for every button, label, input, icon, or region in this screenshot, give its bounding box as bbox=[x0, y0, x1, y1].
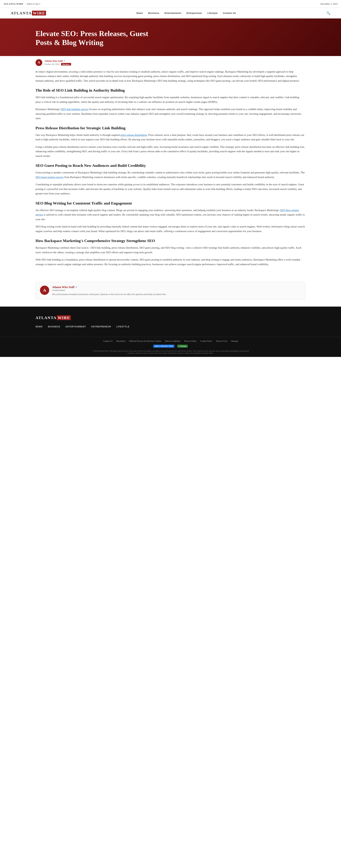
top-bar-brand: ATLANTA WIRE bbox=[4, 2, 24, 5]
logo-part1: ATLANTA bbox=[11, 11, 32, 15]
verified-icon: ✔ bbox=[63, 60, 65, 62]
intro-paragraph: In today's digital environment, securing… bbox=[36, 69, 305, 83]
nav-link-contact[interactable]: Contact Us bbox=[223, 12, 236, 14]
nav-link-entertainment[interactable]: Entertainment bbox=[165, 12, 181, 14]
section3-heading: SEO Guest Posting to Reach New Audiences… bbox=[36, 163, 305, 168]
section5-p1: Backspace Marketing combines these four … bbox=[36, 246, 305, 255]
author-box-note: This article features branded content fr… bbox=[52, 293, 301, 296]
nav-link-business[interactable]: Business bbox=[148, 12, 159, 14]
section1-p2: Backspace Marketing's SEO link building … bbox=[36, 107, 305, 121]
city-label: Select a City bbox=[27, 2, 38, 5]
footer-logo: ATLANTAWIRE bbox=[36, 315, 305, 320]
top-bar-left: ATLANTA WIRE | Select a City ▾ bbox=[4, 2, 40, 5]
footer-link-news[interactable]: NEWS bbox=[36, 326, 43, 328]
article-title: Elevate SEO: Press Releases, Guest Posts… bbox=[36, 29, 160, 47]
guest-posting-link[interactable]: SEO guest posting service bbox=[36, 176, 64, 179]
seo-link-building-link[interactable]: SEO link building service bbox=[61, 108, 89, 111]
nav-link-news[interactable]: News bbox=[137, 12, 143, 14]
top-bar-date: December 1, 2024 bbox=[320, 2, 337, 5]
logo-part2: WIRE bbox=[32, 11, 46, 16]
footer-link-entrepreneur[interactable]: ENTREPRENEUR bbox=[91, 326, 111, 328]
footer-sitemap[interactable]: Sitemap bbox=[231, 340, 238, 342]
nav-logo: ATLANTAWIRE bbox=[11, 11, 46, 16]
footer-disclaimer[interactable]: Disclaimer bbox=[116, 340, 126, 342]
author-box-role: (Ambassador) bbox=[52, 289, 301, 292]
main-nav: ATLANTAWIRE News Business Entertainment … bbox=[0, 8, 341, 19]
footer-terms[interactable]: Terms of Use bbox=[216, 340, 227, 342]
footer-link-entertainment[interactable]: ENTERTAINMENT bbox=[66, 326, 86, 328]
publish-date: October 28, 2024 bbox=[44, 63, 59, 66]
footer-top: ATLANTAWIRE NEWS BUSINESS ENTERTAINMENT … bbox=[0, 307, 341, 337]
section4-p2: SEO blog writing works hand-in-hand with… bbox=[36, 224, 305, 234]
meta-date-cat: October 28, 2024 Business bbox=[44, 63, 71, 66]
author-name: Atlanta Wire Staff ✔ bbox=[44, 60, 71, 62]
section3-p2: Contributing to reputable platforms allo… bbox=[36, 182, 305, 196]
section5-heading: How Backspace Marketing's Comprehensive … bbox=[36, 239, 305, 243]
section2-p1: One way Backspace Marketing helps client… bbox=[36, 133, 305, 142]
article-meta: A Atlanta Wire Staff ✔ October 28, 2024 … bbox=[0, 56, 341, 66]
section1-p1: SEO link building is a foundational pill… bbox=[36, 95, 305, 104]
section4-p1: An effective SEO strategy is incomplete … bbox=[36, 208, 305, 222]
footer-copyright: © 2024 Atlanta Wire. All rights reserved… bbox=[91, 350, 250, 354]
nav-link-lifestyle[interactable]: Lifestyle bbox=[207, 12, 217, 14]
footer-nav: NEWS BUSINESS ENTERTAINMENT ENTREPRENEUR… bbox=[36, 326, 305, 328]
footer-link-lifestyle[interactable]: LIFESTYLE bbox=[116, 326, 130, 328]
category-badge: Business bbox=[61, 63, 71, 65]
logo-text: ATLANTAWIRE bbox=[11, 11, 46, 16]
footer-contact[interactable]: Contact Us bbox=[103, 340, 113, 342]
section5-p2: With SEO link building as a foundation, … bbox=[36, 257, 305, 267]
author-box-name: Atlanta Wire Staff ✔ bbox=[52, 286, 301, 289]
top-bar-divider: | bbox=[25, 2, 25, 5]
section2-heading: Press Release Distribution for Strategic… bbox=[36, 126, 305, 130]
footer-ethical[interactable]: Ethical Guidelines bbox=[165, 340, 181, 342]
article-content: In today's digital environment, securing… bbox=[0, 66, 341, 277]
meta-info: Atlanta Wire Staff ✔ October 28, 2024 Bu… bbox=[44, 60, 71, 66]
search-icon[interactable]: 🔍 bbox=[327, 11, 330, 15]
dmca-badge: DMCA PROTECTED bbox=[153, 345, 174, 348]
press-release-link[interactable]: press release distribution bbox=[121, 133, 147, 136]
footer-link-business[interactable]: BUSINESS bbox=[48, 326, 60, 328]
chevron-down-icon: ▾ bbox=[39, 3, 40, 5]
hero-section: Elevate SEO: Press Releases, Guest Posts… bbox=[0, 19, 341, 56]
section3-p1: Guest posting is another cornerstone of … bbox=[36, 170, 305, 180]
section2-p2: Using a reliable press release distribut… bbox=[36, 145, 305, 158]
top-bar: ATLANTA WIRE | Select a City ▾ December … bbox=[0, 0, 341, 8]
author-box-info: Atlanta Wire Staff ✔ (Ambassador) This a… bbox=[52, 286, 301, 296]
footer-badges: DMCA PROTECTED ✓ Secure bbox=[153, 345, 188, 348]
nav-link-entrepreneur[interactable]: Entrepreneur bbox=[186, 12, 202, 14]
footer-bottom: Contact Us Disclaimer Editorial Process … bbox=[0, 337, 341, 357]
secure-badge: ✓ Secure bbox=[177, 345, 188, 348]
footer-cookie[interactable]: Cookie Policy bbox=[200, 340, 212, 342]
section1-heading: The Role of SEO Link Building in Authori… bbox=[36, 88, 305, 93]
footer-privacy[interactable]: Privacy Policy bbox=[184, 340, 197, 342]
author-box-avatar: A bbox=[40, 286, 49, 295]
city-selector[interactable]: Select a City ▾ bbox=[27, 2, 40, 5]
nav-links: News Business Entertainment Entrepreneur… bbox=[137, 12, 236, 14]
author-verified-icon: ✔ bbox=[75, 286, 77, 289]
footer-editorial[interactable]: Editorial Process & Selection Criteria bbox=[129, 340, 161, 342]
section4-heading: SEO Blog Writing for Consistent Traffic … bbox=[36, 201, 305, 206]
footer-logo-text: ATLANTAWIRE bbox=[36, 315, 71, 320]
footer-bottom-links: Contact Us Disclaimer Editorial Process … bbox=[103, 340, 238, 342]
avatar: A bbox=[36, 59, 42, 66]
author-box: A Atlanta Wire Staff ✔ (Ambassador) This… bbox=[36, 282, 305, 300]
